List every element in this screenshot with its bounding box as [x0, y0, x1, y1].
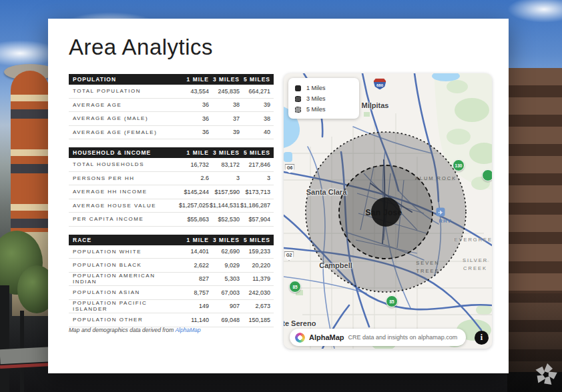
- alphamap-brand: AlphaMap: [309, 333, 344, 341]
- alphamap-logo-icon: [295, 333, 305, 343]
- legend-item: 1 Miles: [295, 83, 359, 93]
- table-row: AVERAGE AGE (FEMALE)363940: [69, 126, 274, 140]
- legend-item: 5 Miles: [295, 104, 359, 115]
- legend-label: 5 Miles: [306, 106, 326, 113]
- legend-swatch-icon: [295, 107, 301, 113]
- table-header: HOUSEHOLD & INCOME1 MILE3 MILES5 MILES: [69, 147, 274, 158]
- alphamap-attribution[interactable]: AlphaMap CRE data and insights on alpham…: [290, 329, 466, 346]
- info-icon[interactable]: i: [475, 331, 489, 345]
- alphamap-tagline: CRE data and insights on alphamap.com: [348, 334, 458, 341]
- route-shield-icon: 85: [289, 281, 301, 293]
- footnote-text: Map and demographics data derived from: [69, 327, 175, 333]
- table-row: POPULATION AMERICAN INDIAN8275,30311,379: [69, 273, 274, 287]
- table-row: POPULATION ASIAN8,75767,003242,030: [69, 286, 274, 300]
- table-row: POPULATION PACIFIC ISLANDER1499072,673: [69, 300, 274, 314]
- route-shield-icon: [482, 169, 492, 181]
- legend-label: 3 Miles: [306, 95, 326, 102]
- table-row: PER CAPITA INCOME$55,863$52,530$57,904: [69, 213, 274, 227]
- legend-swatch-icon: [295, 96, 301, 102]
- page-title: Area Analytics: [69, 35, 213, 60]
- radius-map[interactable]: MilpitasSanta ClaraSan JoseCampbellMonte…: [284, 73, 492, 349]
- table-header: RACE1 MILE3 MILES5 MILES: [69, 235, 274, 245]
- table-row: AVERAGE AGE (MALE)363738: [69, 112, 274, 126]
- table-row: POPULATION OTHER11,14069,048150,185: [69, 313, 274, 327]
- household-income-table: HOUSEHOLD & INCOME1 MILE3 MILES5 MILESTO…: [69, 147, 274, 227]
- costar-pinwheel-icon: [533, 361, 559, 388]
- table-row: AVERAGE AGE363839: [69, 99, 274, 113]
- population-table: POPULATION1 MILE3 MILES5 MILESTOTAL POPU…: [69, 74, 274, 139]
- route-shield-icon: 85: [386, 295, 398, 307]
- airport-icon: ✈: [437, 208, 445, 217]
- area-analytics-card: Area Analytics POPULATION1 MILE3 MILES5 …: [48, 19, 509, 373]
- table-row: POPULATION BLACK2,6229,02920,220: [69, 259, 274, 273]
- table-row: TOTAL HOUSEHOLDS16,73283,172217,846: [69, 158, 274, 172]
- table-row: AVERAGE HOUSE VALUE$1,257,025$1,144,531$…: [69, 199, 274, 213]
- demographics-tables: POPULATION1 MILE3 MILES5 MILESTOTAL POPU…: [69, 74, 274, 335]
- orange-building-tower: [11, 71, 49, 233]
- table-row: POPULATION WHITE14,40162,690159,233: [69, 245, 274, 259]
- legend-swatch-icon: [295, 85, 301, 91]
- race-table: RACE1 MILE3 MILES5 MILESPOPULATION WHITE…: [69, 235, 274, 327]
- legend-item: 3 Miles: [295, 93, 359, 104]
- table-row: TOTAL POPULATION43,554245,835664,271: [69, 85, 274, 99]
- legend-label: 1 Miles: [306, 85, 326, 91]
- street-pole: [0, 285, 9, 392]
- alphamap-link[interactable]: AlphaMap: [175, 327, 200, 333]
- data-source-footnote: Map and demographics data derived from A…: [69, 327, 201, 333]
- table-row: AVERAGE HH INCOME$145,244$157,590$173,71…: [69, 185, 274, 199]
- route-shield-icon: 130: [453, 159, 465, 171]
- cloud: [507, 0, 562, 23]
- table-header: POPULATION1 MILE3 MILES5 MILES: [69, 74, 274, 85]
- table-row: PERSONS PER HH2.633: [69, 172, 274, 186]
- radius-legend: 1 Miles3 Miles5 Miles: [288, 78, 359, 119]
